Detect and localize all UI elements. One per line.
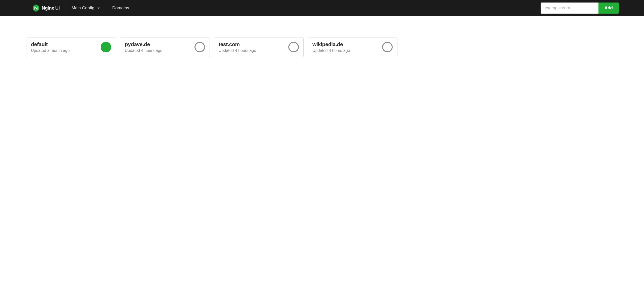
status-enabled-icon[interactable] (101, 42, 111, 52)
domain-card[interactable]: pydave.deUpdated 4 hours ago (120, 38, 210, 57)
domain-updated: Updated a month ago (31, 48, 70, 53)
nav-domains-label: Domains (112, 6, 129, 11)
status-disabled-icon[interactable] (288, 42, 299, 52)
domain-cards: defaultUpdated a month agopydave.deUpdat… (26, 38, 618, 57)
domain-name: default (31, 41, 70, 47)
status-disabled-icon[interactable] (194, 42, 205, 52)
brand-name: Nginx UI (42, 6, 60, 11)
domain-card-text: defaultUpdated a month ago (31, 41, 70, 53)
domain-updated: Updated 4 hours ago (125, 48, 162, 53)
navbar-right: Add (538, 0, 644, 16)
status-disabled-icon[interactable] (382, 42, 393, 52)
navbar-left: Nginx UI Main Config Domains (0, 0, 538, 16)
nav-domains[interactable]: Domains (106, 0, 135, 16)
main-content: defaultUpdated a month agopydave.deUpdat… (0, 16, 644, 67)
domain-card-text: wikipedia.deUpdated 4 hours ago (312, 41, 350, 53)
brand[interactable]: Nginx UI (0, 0, 65, 16)
domain-card[interactable]: wikipedia.deUpdated 4 hours ago (308, 38, 397, 57)
navbar: Nginx UI Main Config Domains Add (0, 0, 644, 16)
domain-updated: Updated 4 hours ago (219, 48, 256, 53)
add-domain-input[interactable] (541, 3, 598, 14)
domain-updated: Updated 4 hours ago (312, 48, 350, 53)
nav-main-config[interactable]: Main Config (65, 0, 106, 16)
domain-name: pydave.de (125, 41, 162, 47)
nginx-logo-icon (33, 4, 39, 12)
domain-card[interactable]: test.comUpdated 4 hours ago (214, 38, 304, 57)
domain-name: test.com (219, 41, 256, 47)
add-domain-button[interactable]: Add (598, 3, 619, 14)
domain-name: wikipedia.de (312, 41, 350, 47)
domain-card-text: pydave.deUpdated 4 hours ago (125, 41, 162, 53)
add-domain-form: Add (541, 3, 619, 14)
domain-card-text: test.comUpdated 4 hours ago (219, 41, 256, 53)
domain-card[interactable]: defaultUpdated a month ago (26, 38, 116, 57)
nav-main-config-label: Main Config (71, 6, 94, 11)
caret-down-icon (97, 8, 100, 9)
